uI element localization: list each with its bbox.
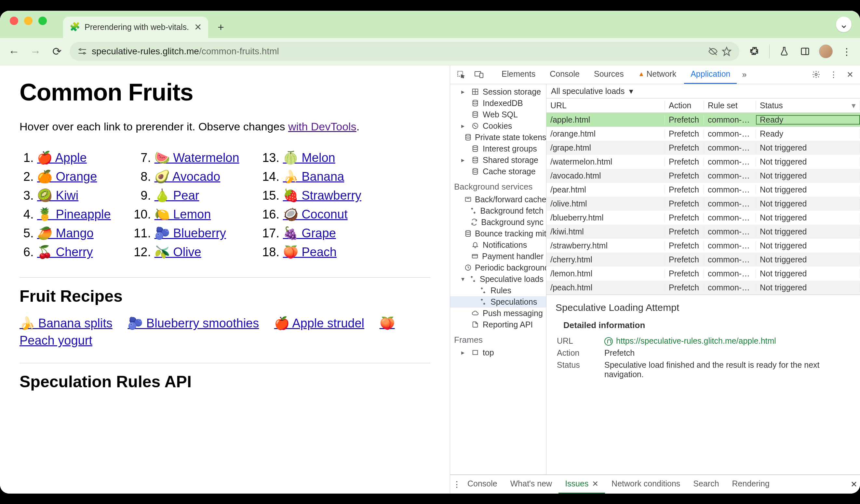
fruit-link[interactable]: 🍓 Strawberry [283, 189, 361, 202]
drawer-menu-icon[interactable]: ⋮ [453, 480, 461, 489]
with-devtools-link[interactable]: with DevTools [288, 120, 357, 133]
table-row[interactable]: /olive.htmlPrefetchcommon-…Not triggered [546, 197, 860, 211]
table-row[interactable]: /grape.htmlPrefetchcommon-…Not triggered [546, 141, 860, 155]
sidebar-item[interactable]: Periodic background sync [450, 262, 546, 273]
inspect-icon[interactable] [453, 66, 469, 84]
fruit-link[interactable]: 🍉 Watermelon [155, 151, 239, 164]
table-row[interactable]: /avocado.htmlPrefetchcommon-…Not trigger… [546, 169, 860, 183]
table-row[interactable]: /strawberry.htmlPrefetchcommon-…Not trig… [546, 239, 860, 253]
table-row[interactable]: /kiwi.htmlPrefetchcommon-…Not triggered [546, 225, 860, 239]
devtools-tab-console[interactable]: Console [543, 66, 586, 84]
bookmark-star-icon[interactable] [722, 46, 732, 56]
fruit-link[interactable]: 🥭 Mango [37, 226, 94, 240]
sidebar-item[interactable]: Interest groups [450, 143, 546, 155]
extensions-icon[interactable] [746, 43, 763, 59]
fruit-link[interactable]: 🍌 Banana [283, 170, 344, 183]
fruit-link[interactable]: 🥥 Coconut [283, 207, 348, 221]
forward-button[interactable]: → [27, 43, 44, 60]
fruit-link[interactable]: 🍋 Lemon [155, 207, 211, 221]
fruit-link[interactable]: 🍎 Apple [37, 151, 87, 164]
recipe-link[interactable]: 🫐 Blueberry smoothies [128, 316, 259, 330]
sidebar-item[interactable]: Notifications [450, 239, 546, 251]
table-row[interactable]: /cherry.htmlPrefetchcommon-…Not triggere… [546, 253, 860, 267]
side-panel-icon[interactable] [797, 43, 813, 59]
devtools-more-tabs-icon[interactable]: » [738, 66, 750, 84]
sidebar-item[interactable]: Speculations [450, 296, 546, 307]
devtools-menu-icon[interactable]: ⋮ [826, 66, 842, 84]
col-ruleset[interactable]: Rule set [704, 101, 756, 110]
recipe-link[interactable]: 🍎 Apple strudel [274, 316, 364, 330]
devtools-tab-elements[interactable]: Elements [495, 66, 542, 84]
omnibox[interactable]: speculative-rules.glitch.me/common-fruit… [70, 42, 739, 61]
close-icon[interactable]: ✕ [590, 479, 599, 488]
drawer-tab-issues[interactable]: Issues ✕ [558, 475, 605, 494]
devtools-tab-application[interactable]: Application [684, 66, 737, 84]
sidebar-item[interactable]: Private state tokens [450, 132, 546, 143]
drawer-tab-rendering[interactable]: Rendering [726, 475, 776, 494]
new-tab-button[interactable]: + [213, 19, 229, 35]
sidebar-item[interactable]: ▸top [450, 347, 546, 358]
table-row[interactable]: /watermelon.htmlPrefetchcommon-…Not trig… [546, 155, 860, 169]
table-row[interactable]: /orange.htmlPrefetchcommon-…Ready [546, 127, 860, 141]
site-settings-icon[interactable] [77, 46, 87, 56]
sidebar-item[interactable]: Rules [450, 285, 546, 296]
sidebar-item[interactable]: Background fetch [450, 205, 546, 217]
sidebar-item[interactable]: Back/forward cache [450, 194, 546, 205]
filter-dropdown[interactable]: All speculative loads ▾ [551, 86, 633, 96]
table-row[interactable]: /lemon.htmlPrefetchcommon-…Not triggered [546, 267, 860, 280]
drawer-close-icon[interactable]: ✕ [850, 480, 857, 489]
sidebar-item[interactable]: Reporting API [450, 319, 546, 330]
profile-avatar[interactable] [818, 43, 834, 59]
sidebar-item[interactable]: IndexedDB [450, 98, 546, 109]
device-toggle-icon[interactable] [470, 66, 488, 84]
col-action[interactable]: Action [665, 101, 704, 110]
table-row[interactable]: /pear.htmlPrefetchcommon-…Not triggered [546, 183, 860, 197]
eye-off-icon[interactable] [708, 46, 718, 56]
sidebar-item[interactable]: ▾Speculative loads [450, 273, 546, 285]
fruit-link[interactable]: 🫐 Blueberry [155, 226, 226, 240]
labs-icon[interactable] [776, 43, 792, 59]
reload-button[interactable]: ⟳ [48, 43, 66, 60]
tab-close-button[interactable]: ✕ [194, 22, 202, 32]
sidebar-item[interactable]: Push messaging [450, 307, 546, 319]
fruit-link[interactable]: 🍐 Pear [155, 189, 199, 202]
col-url[interactable]: URL [546, 101, 665, 110]
fruit-link[interactable]: 🍒 Cherry [37, 245, 93, 259]
sidebar-item[interactable]: Cache storage [450, 166, 546, 177]
table-row[interactable]: /peach.htmlPrefetchcommon-…Not triggered [546, 280, 860, 294]
fruit-link[interactable]: 🍊 Orange [37, 170, 97, 183]
back-button[interactable]: ← [5, 43, 23, 60]
fruit-link[interactable]: 🫒 Olive [155, 245, 201, 259]
sidebar-item[interactable]: Background sync [450, 217, 546, 228]
gear-icon[interactable] [808, 66, 824, 84]
recipe-link[interactable]: 🍌 Banana splits [19, 316, 113, 330]
fruit-link[interactable]: 🥑 Avocado [155, 170, 220, 183]
fruit-link[interactable]: 🍍 Pineapple [37, 207, 111, 221]
minimize-window-button[interactable] [24, 17, 32, 25]
close-window-button[interactable] [10, 17, 18, 25]
fruit-link[interactable]: 🍈 Melon [283, 151, 335, 164]
sidebar-item[interactable]: ▸Cookies [450, 120, 546, 132]
col-status[interactable]: Status▾ [756, 101, 860, 110]
devtools-tab-sources[interactable]: Sources [587, 66, 630, 84]
sidebar-item[interactable]: Web SQL [450, 109, 546, 120]
maximize-window-button[interactable] [38, 17, 47, 25]
detail-url-link[interactable]: https://speculative-rules.glitch.me/appl… [616, 336, 776, 345]
devtools-tab-network[interactable]: Network [632, 66, 683, 84]
drawer-tab-search[interactable]: Search [687, 475, 725, 494]
sidebar-item[interactable]: ▸Session storage [450, 86, 546, 98]
browser-tab[interactable]: 🧩 Prerendering with web-vitals. ✕ [63, 17, 208, 38]
table-row[interactable]: /apple.htmlPrefetchcommon-…Ready [546, 113, 860, 127]
fruit-link[interactable]: 🍑 Peach [283, 245, 336, 259]
fruit-link[interactable]: 🍇 Grape [283, 226, 336, 240]
sidebar-item[interactable]: ▸Shared storage [450, 155, 546, 166]
drawer-tab-console[interactable]: Console [461, 475, 504, 494]
tab-overflow-button[interactable]: ⌄ [836, 17, 851, 32]
sidebar-item[interactable]: Payment handler [450, 251, 546, 262]
devtools-close-icon[interactable]: ✕ [843, 66, 857, 84]
fruit-link[interactable]: 🥝 Kiwi [37, 189, 78, 202]
drawer-tab-whatsnew[interactable]: What's new [504, 475, 558, 494]
sidebar-item[interactable]: Bounce tracking mitigations [450, 228, 546, 239]
drawer-tab-netcond[interactable]: Network conditions [605, 475, 687, 494]
chrome-menu-button[interactable]: ⋮ [838, 43, 855, 59]
